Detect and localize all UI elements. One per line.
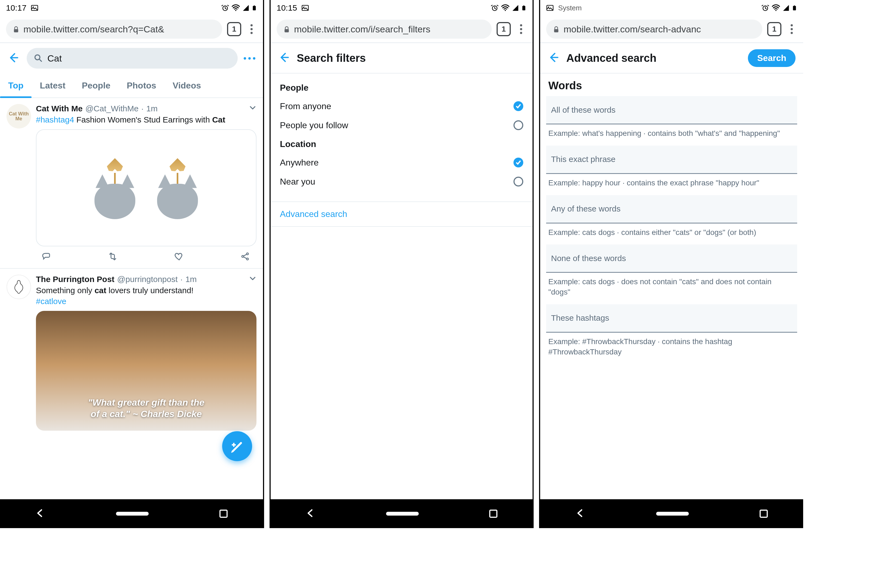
filter-option[interactable]: Near you [280,172,523,191]
tab-count-button[interactable]: 1 [227,22,241,36]
filter-option-label: Anywhere [280,158,319,168]
filter-option-label: From anyone [280,101,331,111]
browser-chrome: mobile.twitter.com/search?q=Cat& 1 [0,16,263,43]
filter-option-label: People you follow [280,120,348,130]
tab-videos[interactable]: Videos [164,74,209,98]
tweet-caret-icon[interactable] [249,104,257,113]
browser-menu-icon[interactable] [246,24,257,35]
search-icon [34,54,43,63]
media-quote: "What greater gift than the of a cat." ~… [36,397,257,420]
tweet-handle: @Cat_WithMe [85,104,138,113]
status-label: System [558,4,582,12]
cell-icon [782,5,789,11]
text-field[interactable]: This exact phrase [546,146,797,174]
back-icon[interactable] [548,51,561,65]
avatar[interactable] [6,275,31,299]
url-bar[interactable]: mobile.twitter.com/search?q=Cat& [6,20,222,39]
android-navbar [0,499,263,528]
tweet-media[interactable] [36,129,257,247]
nav-back-icon[interactable] [576,508,585,519]
tweet-caret-icon[interactable] [249,275,257,283]
field-example: Example: cats dogs · does not contain "c… [540,275,803,304]
battery-icon [251,4,257,12]
status-bar: System [540,0,803,16]
tweet-text: #hashtag4 Fashion Women's Stud Earrings … [36,114,257,125]
advanced-search-link[interactable]: Advanced search [280,209,347,219]
nav-home-pill[interactable] [386,512,419,516]
tab-count-button[interactable]: 1 [497,22,511,36]
tweet-header: The Purrington Post @purringtonpost · 1m [36,275,257,284]
tweet-handle: @purringtonpost [117,275,177,284]
nav-back-icon[interactable] [35,508,45,519]
retweet-icon[interactable] [108,251,119,262]
compose-fab[interactable] [222,431,252,461]
tab-latest[interactable]: Latest [32,74,74,98]
search-button[interactable]: Search [748,49,795,67]
tweet-author-name: Cat With Me [36,104,83,113]
text-field[interactable]: None of these words [546,244,797,273]
cell-icon [242,5,250,11]
avatar[interactable]: Cat With Me [6,104,31,128]
text-field[interactable]: All of these words [546,96,797,125]
search-input[interactable]: Cat [27,48,238,69]
url-text: mobile.twitter.com/i/search_filters [294,24,430,35]
radio-checked-icon[interactable] [513,101,523,111]
tweet-header: Cat With Me @Cat_WithMe · 1m [36,104,257,113]
radio-unchecked-icon[interactable] [513,177,523,186]
tab-photos[interactable]: Photos [119,74,164,98]
field-label: This exact phrase [551,155,616,164]
browser-menu-icon[interactable] [786,24,797,35]
wifi-icon [232,3,240,12]
tab-top[interactable]: Top [0,74,32,98]
field-example: Example: #ThrowbackThursday · contains t… [540,335,803,364]
nav-home-pill[interactable] [656,512,689,516]
field-label: Any of these words [551,204,621,214]
nav-back-icon[interactable] [306,508,316,519]
nav-recent-icon[interactable] [219,510,228,518]
hashtag-link[interactable]: #hashtag4 [36,115,74,124]
radio-checked-icon[interactable] [513,158,523,167]
battery-icon [521,4,526,12]
alarm-icon [761,4,770,12]
tab-people[interactable]: People [74,74,119,98]
back-icon[interactable] [8,52,21,65]
reply-icon[interactable] [41,251,52,262]
nav-recent-icon[interactable] [489,510,498,518]
section-title: Words [540,74,803,96]
tweet-actions [36,249,257,262]
back-icon[interactable] [278,51,291,65]
share-icon[interactable] [240,251,251,262]
filter-option[interactable]: From anyone [280,97,523,116]
text-field[interactable]: Any of these words [546,195,797,224]
hashtag-link[interactable]: #catlove [36,297,66,306]
status-bar: 10:15 [271,0,532,16]
app-header: Search filters [271,43,532,74]
field-example: Example: cats dogs · contains either "ca… [540,226,803,245]
tweet-text: Something only cat lovers truly understa… [36,285,257,307]
browser-menu-icon[interactable] [516,24,526,35]
nav-home-pill[interactable] [116,512,149,516]
search-value: Cat [47,53,62,64]
filter-option[interactable]: People you follow [280,116,523,135]
browser-chrome: mobile.twitter.com/i/search_filters 1 [271,16,532,43]
browser-chrome: mobile.twitter.com/search-advanc 1 [540,16,803,43]
picture-icon [546,4,554,12]
filter-option[interactable]: Anywhere [280,153,523,172]
nav-recent-icon[interactable] [759,510,768,518]
tweet-age: 1m [146,104,158,113]
tweet[interactable]: The Purrington Post @purringtonpost · 1m… [0,269,263,437]
status-time: 10:15 [277,3,297,12]
tweet[interactable]: Cat With Me Cat With Me @Cat_WithMe · 1m… [0,98,263,269]
text-field[interactable]: These hashtags [546,304,797,333]
tweet-media[interactable]: "What greater gift than the of a cat." ~… [36,311,257,431]
lock-icon [553,26,560,33]
url-bar[interactable]: mobile.twitter.com/search-advanc [546,20,762,39]
radio-unchecked-icon[interactable] [513,120,523,130]
search-options-icon[interactable] [244,57,256,60]
wifi-icon [501,3,510,12]
url-text: mobile.twitter.com/search?q=Cat& [23,24,164,35]
url-bar[interactable]: mobile.twitter.com/i/search_filters [277,20,492,39]
url-text: mobile.twitter.com/search-advanc [564,24,701,35]
like-icon[interactable] [174,251,185,262]
tab-count-button[interactable]: 1 [767,22,781,36]
